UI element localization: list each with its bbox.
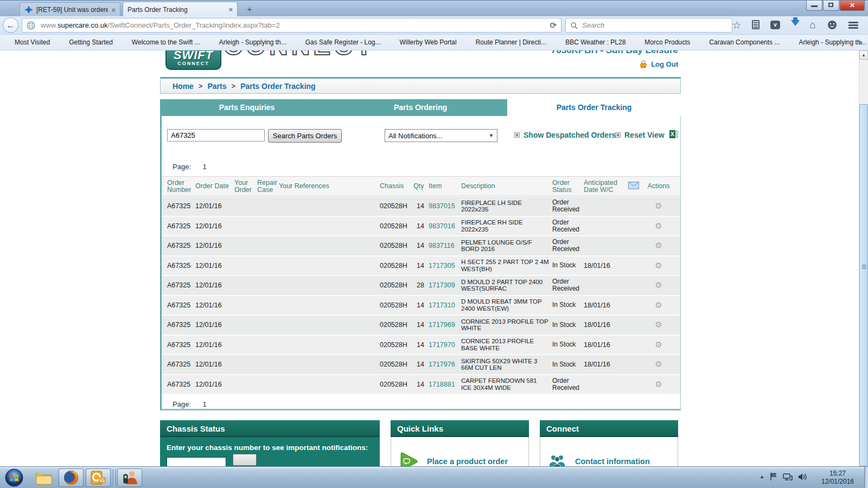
breadcrumb-home[interactable]: Home [173, 82, 194, 91]
row-actions-gear-icon[interactable]: ⚙ [644, 241, 673, 251]
row-actions-gear-icon[interactable]: ⚙ [644, 380, 673, 389]
reading-list-icon[interactable] [752, 20, 760, 29]
new-tab-button[interactable]: + [243, 4, 256, 15]
order-row[interactable]: A67325 12/01/16 020528H 14 1717976 SKIRT… [162, 355, 680, 375]
restore-button[interactable] [823, 1, 839, 11]
row-actions-gear-icon[interactable]: ⚙ [644, 221, 673, 231]
row-actions-gear-icon[interactable]: ⚙ [644, 201, 673, 211]
order-row[interactable]: A67325 12/01/16 020528H 14 9837015 FIREP… [162, 197, 680, 217]
order-row[interactable]: A67325 12/01/16 020528H 14 1718881 CARPE… [162, 375, 680, 395]
col-item[interactable]: Item [429, 183, 461, 190]
volume-icon[interactable] [798, 473, 807, 481]
bookmark-item[interactable]: Getting Started [58, 38, 113, 47]
show-despatched-orders-link[interactable]: Show Despatched Orders [514, 131, 616, 139]
place-product-order-link[interactable]: Place a product order [427, 457, 508, 466]
item-link[interactable]: 1718881 [429, 381, 461, 388]
col-qty[interactable]: Qty [413, 183, 429, 190]
home-icon[interactable]: ⌂ [806, 19, 819, 31]
breadcrumb-parts[interactable]: Parts [208, 82, 227, 91]
scrollbar-thumb[interactable] [859, 104, 868, 466]
contact-information-link[interactable]: Contact information [575, 457, 650, 466]
item-link[interactable]: 1717305 [429, 262, 461, 269]
bookmark-item[interactable]: Welcome to the Swift ... [120, 38, 200, 47]
search-parts-orders-button[interactable]: Search Parts Orders [268, 129, 342, 143]
item-link[interactable]: 1717970 [429, 341, 461, 349]
bookmarks-overflow-chevron[interactable]: » [858, 38, 863, 47]
taskbar-clock[interactable]: 15:27 12/01/2016 [812, 470, 864, 486]
taskbar-explorer-button[interactable] [31, 468, 56, 487]
col-order-date[interactable]: Order Date [195, 183, 234, 190]
scroll-up-icon[interactable]: ▲ [859, 50, 868, 60]
start-button[interactable] [4, 468, 24, 488]
page-number[interactable]: 1 [203, 163, 207, 171]
reload-icon[interactable]: ⟳ [550, 21, 557, 30]
tab-parts-ordering[interactable]: Parts Ordering [334, 99, 507, 116]
bookmark-star-icon[interactable]: ☆ [730, 19, 743, 31]
taskbar-outlook-button[interactable] [86, 468, 111, 487]
col-description[interactable]: Description [461, 183, 552, 190]
chassis-number-input[interactable] [167, 457, 226, 466]
notifications-select[interactable]: All Notifications... ▼ [385, 129, 497, 142]
item-link[interactable]: 1717310 [429, 301, 461, 309]
col-repair-case[interactable]: Repair Case [257, 179, 279, 194]
bookmark-item[interactable]: Caravan Components ... [698, 38, 780, 47]
row-actions-gear-icon[interactable]: ⚙ [644, 340, 673, 350]
item-link[interactable]: 9837015 [429, 202, 461, 210]
reset-view-link[interactable]: Reset View [615, 131, 665, 139]
browser-tab-active[interactable]: Parts Order Tracking × [123, 2, 238, 17]
col-your-references[interactable]: Your References [279, 183, 380, 190]
close-tab-icon[interactable]: × [228, 5, 233, 14]
network-icon[interactable] [783, 473, 793, 481]
item-link[interactable]: 9837116 [429, 242, 461, 249]
bookmark-item[interactable]: Route Planner | Directi... [464, 38, 547, 47]
menu-icon[interactable] [848, 22, 858, 29]
browser-tab-jira[interactable]: [RET-59] Unit was ordered ... × [20, 2, 120, 17]
minimize-button[interactable] [806, 1, 822, 11]
order-row[interactable]: A67325 12/01/16 020528H 14 9837016 FIREP… [162, 217, 680, 237]
bookmark-item[interactable]: Gas Safe Register - Log... [294, 38, 381, 47]
page-number[interactable]: 1 [203, 400, 207, 408]
back-button[interactable]: ← [3, 17, 18, 33]
order-row[interactable]: A67325 12/01/16 020528H 28 1717309 D MOU… [162, 276, 680, 296]
taskbar-firefox-button[interactable] [59, 468, 84, 487]
row-actions-gear-icon[interactable]: ⚙ [644, 261, 673, 271]
order-row[interactable]: A67325 12/01/16 020528H 14 9837116 PELME… [162, 236, 680, 256]
bookmark-item[interactable]: Morco Products [633, 38, 690, 47]
hello-smiley-icon[interactable] [826, 20, 839, 33]
close-tab-icon[interactable]: × [111, 6, 116, 14]
row-actions-gear-icon[interactable]: ⚙ [644, 359, 673, 369]
order-row[interactable]: A67325 12/01/16 020528H 14 1717969 CORNI… [162, 316, 680, 336]
taskbar-phone-app-button[interactable] [117, 468, 142, 487]
bookmark-item[interactable]: Arleigh - Supplying th... [208, 38, 286, 47]
item-link[interactable]: 1717309 [429, 281, 461, 289]
row-actions-gear-icon[interactable]: ⚙ [644, 320, 673, 330]
bookmark-item[interactable]: Arleigh - Supplying th... [787, 38, 866, 47]
tab-parts-enquiries[interactable]: Parts Enquiries [160, 99, 334, 116]
order-row[interactable]: A67325 12/01/16 020528H 14 1717310 D MOU… [162, 296, 680, 316]
export-excel-icon[interactable]: X [669, 130, 679, 141]
bookmark-item[interactable]: BBC Weather : PL28 [554, 38, 626, 47]
col-your-order[interactable]: Your Order [234, 179, 257, 194]
url-bar[interactable]: www.supercare.co.uk/SwiftConnect/Parts_O… [22, 18, 561, 33]
browser-scrollbar[interactable]: ▲ [859, 50, 868, 466]
hidden-icons-chevron[interactable]: ▲ [760, 474, 764, 479]
row-actions-gear-icon[interactable]: ⚙ [644, 280, 673, 290]
col-chassis[interactable]: Chassis [380, 183, 413, 190]
order-row[interactable]: A67325 12/01/16 020528H 14 1717970 CORNI… [162, 336, 680, 356]
tab-parts-order-tracking[interactable]: Parts Order Tracking [507, 99, 681, 116]
action-center-flag-icon[interactable] [770, 472, 777, 481]
order-row[interactable]: A67325 12/01/16 020528H 14 1717305 H SEC… [162, 256, 680, 277]
logout-link[interactable]: Log Out [488, 60, 678, 68]
col-order-status[interactable]: Order Status [552, 179, 584, 194]
show-desktop-button[interactable] [864, 467, 868, 488]
bookmark-item[interactable]: Most Visited [3, 38, 50, 47]
col-order-number[interactable]: Order Number [167, 179, 195, 194]
item-link[interactable]: 1717969 [429, 321, 461, 329]
order-search-input[interactable] [167, 129, 265, 142]
row-actions-gear-icon[interactable]: ⚙ [644, 300, 673, 310]
item-link[interactable]: 1717976 [429, 361, 461, 368]
chassis-go-button[interactable] [233, 454, 257, 466]
downloads-icon[interactable] [791, 20, 800, 26]
search-input[interactable]: Search [565, 18, 732, 33]
pocket-icon[interactable]: v [770, 21, 780, 29]
